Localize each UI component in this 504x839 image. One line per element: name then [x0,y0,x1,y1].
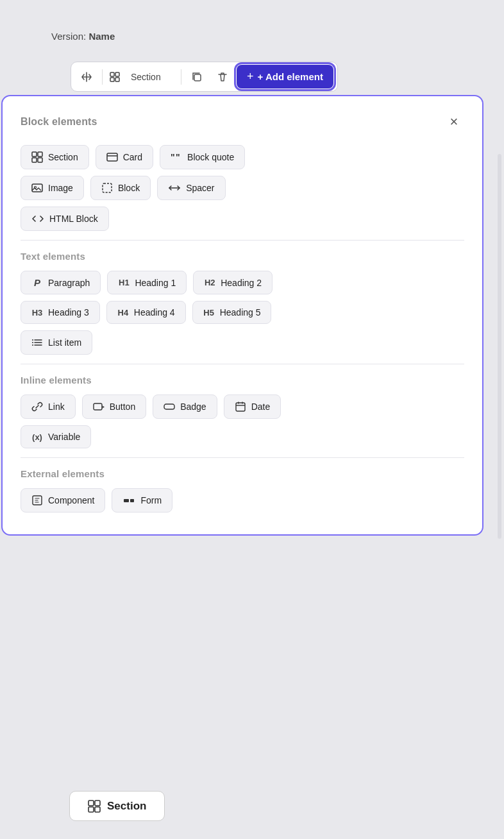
spacer-element-button[interactable]: Spacer [157,176,225,200]
svg-rect-1 [115,72,119,76]
date-label: Date [251,402,271,412]
heading1-element-button[interactable]: H1 Heading 1 [107,271,187,294]
paragraph-label: Paragraph [48,278,90,288]
svg-rect-25 [124,499,129,502]
html-icon [31,213,44,225]
svg-rect-0 [110,72,114,76]
section-label: Section [48,152,78,162]
component-icon [31,495,43,506]
link-element-button[interactable]: Link [21,394,76,419]
copy-button[interactable] [185,65,208,89]
heading2-element-button[interactable]: H2 Heading 2 [193,271,273,294]
date-icon [235,401,246,412]
svg-rect-27 [88,801,94,806]
form-icon [122,495,135,506]
card-element-button[interactable]: Card [96,145,153,169]
inline-elements-title: Inline elements [21,375,464,386]
scrollbar[interactable] [498,154,501,539]
bottom-section-button[interactable]: Section [69,791,165,821]
svg-rect-21 [94,403,102,410]
blockquote-label: Block quote [187,152,234,162]
heading3-element-button[interactable]: H3 Heading 3 [21,301,100,324]
svg-rect-5 [32,152,37,157]
divider-3 [21,457,464,458]
block-elements-group: Section Card " " Block quo [21,145,464,231]
listitem-label: List item [48,337,81,348]
block-label: Block [118,183,140,193]
variable-label: Variable [48,432,80,442]
image-element-button[interactable]: Image [21,176,84,200]
element-toolbar: Section + + Add element [71,62,338,92]
block-elements-row-1: Section Card " " Block quo [21,145,464,169]
svg-rect-3 [115,78,119,81]
panel-title: Block elements [21,116,97,128]
card-label: Card [123,152,142,162]
svg-rect-29 [88,807,94,812]
heading1-label: Heading 1 [135,278,176,288]
panel-header: Block elements × [21,112,464,132]
svg-rect-28 [95,801,100,806]
date-element-button[interactable]: Date [224,394,281,419]
image-label: Image [48,183,73,193]
form-element-button[interactable]: Form [112,488,172,513]
badge-element-button[interactable]: Badge [153,394,217,419]
text-elements-row-1: P Paragraph H1 Heading 1 H2 Heading 2 [21,271,464,294]
html-block-label: HTML Block [49,214,98,224]
plus-icon: + [247,70,254,83]
bottom-section-label: Section [107,800,146,813]
block-icon [101,182,113,194]
svg-rect-22 [164,404,174,409]
blockquote-element-button[interactable]: " " Block quote [160,145,245,169]
listitem-element-button[interactable]: List item [21,330,92,355]
heading4-icon: H4 [117,308,129,318]
svg-rect-23 [236,403,245,411]
section-element-button[interactable]: Section [21,145,89,169]
paragraph-element-button[interactable]: P Paragraph [21,271,101,294]
external-elements-title: External elements [21,468,464,479]
button-element-button[interactable]: Button [82,394,146,419]
move-icon [81,70,92,83]
add-element-button[interactable]: + + Add element [237,65,333,89]
add-element-panel: Block elements × Section [1,95,483,536]
block-elements-row-3: HTML Block [21,207,464,231]
badge-icon [164,401,175,412]
inline-elements-row-2: (x) Variable [21,425,464,448]
copy-icon [191,70,203,83]
html-block-element-button[interactable]: HTML Block [21,207,109,231]
add-element-label: + Add element [258,71,323,82]
close-panel-button[interactable]: × [444,112,464,132]
svg-text:": " [176,152,180,162]
heading2-icon: H2 [204,278,215,287]
svg-rect-6 [38,152,42,157]
heading5-icon: H5 [203,308,215,318]
move-button[interactable] [75,65,98,89]
toolbar-divider-2 [181,69,181,85]
variable-element-button[interactable]: (x) Variable [21,425,91,448]
svg-rect-4 [194,74,201,81]
block-element-button[interactable]: Block [90,176,151,200]
paragraph-icon: P [31,277,43,288]
heading4-label: Heading 4 [134,307,175,318]
divider-1 [21,240,464,241]
svg-rect-8 [38,158,42,162]
text-elements-row-3: List item [21,330,464,355]
listitem-icon [31,337,43,348]
svg-rect-7 [32,158,37,162]
close-icon: × [450,114,458,130]
heading5-label: Heading 5 [220,307,261,318]
component-label: Component [48,495,94,505]
button-icon [93,401,105,412]
svg-text:": " [171,152,175,162]
text-elements-row-2: H3 Heading 3 H4 Heading 4 H5 Heading 5 [21,301,464,324]
heading5-element-button[interactable]: H5 Heading 5 [192,301,272,324]
toolbar-divider-1 [102,69,103,85]
link-icon [31,401,43,412]
version-label: Version: Name [51,31,115,42]
component-element-button[interactable]: Component [21,488,105,513]
trash-icon [217,70,228,83]
link-label: Link [48,402,65,412]
heading3-label: Heading 3 [48,307,89,318]
heading4-element-button[interactable]: H4 Heading 4 [106,301,186,324]
delete-button[interactable] [211,65,234,89]
external-elements-group: External elements Component [21,468,464,513]
